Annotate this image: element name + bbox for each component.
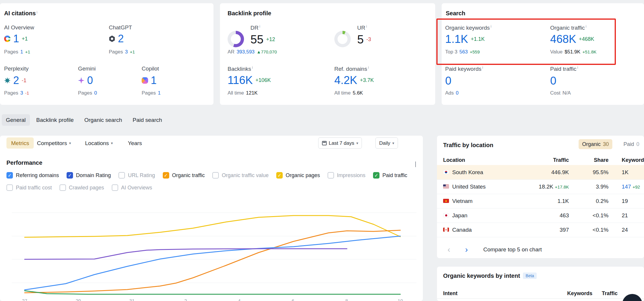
table-row-united-states[interactable]: United States 18.2K +17.8K 3.9% 147 +92 xyxy=(437,179,644,194)
keywords-link[interactable]: 21 xyxy=(622,208,628,223)
info-icon[interactable]: i xyxy=(586,24,587,28)
competitors-dropdown[interactable]: Competitors ▾ xyxy=(37,137,71,149)
ur-value: 5 xyxy=(357,33,364,45)
ai-overview-pages: Pages 1 +1 xyxy=(4,49,30,54)
tab-organic-search[interactable]: Organic search xyxy=(80,114,126,126)
country-name: South Korea xyxy=(452,165,483,179)
pages-value[interactable]: 3 xyxy=(20,90,23,95)
all-time-label: All time xyxy=(334,90,351,95)
toggle-paid[interactable]: Paid 0 xyxy=(622,139,640,149)
checkbox-referring-domains[interactable]: Referring domains xyxy=(6,172,59,179)
flag-united-states-icon xyxy=(443,184,449,189)
checkbox-paid-traffic[interactable]: Paid traffic xyxy=(373,172,407,179)
checkbox-organic-traffic-value[interactable]: Organic traffic value xyxy=(212,172,269,179)
date-range-button[interactable]: Last 7 days ▾ xyxy=(318,137,362,149)
backlinks-value[interactable]: 116K xyxy=(228,75,253,86)
table-row-south-korea[interactable]: South Korea 446.9K 95.5% 1K xyxy=(437,165,644,180)
column-traffic: Traffic xyxy=(553,155,569,165)
ar-line: AR 393,593 ▲770,070 xyxy=(228,49,277,54)
locations-dropdown[interactable]: Locations ▾ xyxy=(85,137,113,149)
granularity-button[interactable]: Daily ▾ xyxy=(375,137,398,149)
checkbox-impressions[interactable]: Impressions xyxy=(328,172,365,179)
keywords-link[interactable]: 24 xyxy=(622,223,628,237)
svg-text:10: 10 xyxy=(398,299,403,301)
ref-domains-value[interactable]: 4.2K xyxy=(334,75,357,86)
pages-value[interactable]: 1 xyxy=(20,49,23,54)
paid-keywords-value[interactable]: 0 xyxy=(445,75,451,86)
backlinks-delta: +106K xyxy=(255,78,271,83)
checkbox-organic-traffic[interactable]: Organic traffic xyxy=(163,172,205,179)
copilot-value[interactable]: 1 xyxy=(151,75,157,86)
info-icon[interactable]: i xyxy=(368,65,369,70)
gemini-pages: Pages 0 xyxy=(78,90,97,95)
table-row-japan[interactable]: Japan 463 <0.1% 21 xyxy=(437,208,644,223)
value-delta: +51.8K xyxy=(582,50,596,54)
info-icon[interactable]: i xyxy=(259,24,260,28)
share-value: 0.2% xyxy=(596,194,609,208)
info-icon[interactable]: i xyxy=(482,65,483,70)
metric-label-gemini: Gemini xyxy=(78,66,96,71)
prev-page-button[interactable]: ‹ xyxy=(448,243,450,256)
checkbox-ai-overviews[interactable]: AI Overviews xyxy=(112,184,152,191)
next-page-button[interactable]: › xyxy=(465,243,468,256)
checkbox-url-rating[interactable]: URL Rating xyxy=(118,172,155,179)
top3-line: Top 3 563 +559 xyxy=(445,49,480,54)
pages-value[interactable]: 3 xyxy=(125,49,128,54)
pages-value[interactable]: 1 xyxy=(158,90,160,95)
top3-value[interactable]: 563 xyxy=(460,49,468,54)
paid-traffic-value[interactable]: 0 xyxy=(550,75,556,86)
info-icon[interactable]: i xyxy=(252,65,253,70)
ar-label: AR xyxy=(228,49,235,54)
column-location: Location xyxy=(443,155,465,165)
checkbox-paid-traffic-cost[interactable]: Paid traffic cost xyxy=(6,184,52,191)
organic-keywords-value[interactable]: 1.1K xyxy=(445,33,468,45)
locations-label: Locations xyxy=(85,140,109,146)
checkbox-domain-rating[interactable]: Domain Rating xyxy=(67,172,111,179)
traffic-value: 1.1K xyxy=(557,194,569,208)
value-amount: $51.9K xyxy=(565,49,580,54)
paid-keywords-label-text: Paid keywords xyxy=(445,66,482,72)
info-icon[interactable]: i xyxy=(577,65,578,70)
keywords-link[interactable]: 147 xyxy=(622,184,631,190)
perplexity-value[interactable]: 2 xyxy=(13,75,19,86)
checkbox-organic-pages[interactable]: Organic pages xyxy=(276,172,320,179)
ai-overview-value[interactable]: 1 xyxy=(13,33,19,44)
info-icon[interactable]: i xyxy=(37,10,38,14)
tab-backlink-profile[interactable]: Backlink profile xyxy=(32,114,78,126)
tab-general[interactable]: General xyxy=(2,114,30,126)
chevron-down-icon: ▾ xyxy=(111,141,113,145)
beta-badge: Beta xyxy=(523,273,537,279)
ads-value[interactable]: 0 xyxy=(456,90,458,95)
pages-value[interactable]: 0 xyxy=(94,90,97,95)
years-dropdown[interactable]: Years xyxy=(128,137,142,149)
checkbox-crawled-pages[interactable]: Crawled pages xyxy=(60,184,104,191)
metrics-filter-button[interactable]: Metrics xyxy=(6,137,34,149)
info-icon[interactable]: i xyxy=(366,24,367,28)
metric-label-perplexity: Perplexity xyxy=(4,66,28,71)
column-traffic: Traffic xyxy=(602,288,618,298)
toggle-organic[interactable]: Organic 30 xyxy=(579,139,612,149)
organic-traffic-value[interactable]: 468K xyxy=(550,33,576,45)
search-card: Search Organic keywordsi 1.1K +1.1K Top … xyxy=(442,3,644,105)
organic-traffic-delta: +468K xyxy=(579,36,594,42)
tab-paid-search[interactable]: Paid search xyxy=(128,114,166,126)
info-icon[interactable]: i xyxy=(491,24,492,28)
keywords-link[interactable]: 1K xyxy=(622,165,628,179)
keywords-link[interactable]: 19 xyxy=(622,194,628,208)
pages-label: Pages xyxy=(4,49,18,54)
table-row-vietnam[interactable]: Vietnam 1.1K 0.2% 19 xyxy=(437,194,644,208)
traffic-value: 397 xyxy=(560,223,569,237)
collapse-section-button[interactable] xyxy=(415,162,416,167)
table-row-canada[interactable]: Canada 397 <0.1% 24 xyxy=(437,223,644,237)
compare-top5-link[interactable]: Compare top 5 on chart xyxy=(483,243,542,256)
gemini-value[interactable]: 0 xyxy=(87,75,93,86)
all-time-label: All time xyxy=(228,90,244,95)
column-intent: Intent xyxy=(443,288,457,298)
performance-chart[interactable]: 272931246810 xyxy=(0,200,423,301)
pages-label: Pages xyxy=(78,90,92,95)
ads-label: Ads xyxy=(445,90,454,95)
ar-value[interactable]: 393,593 xyxy=(237,49,255,54)
flag-south-korea-icon xyxy=(443,170,449,174)
svg-text:4: 4 xyxy=(238,299,241,301)
chatgpt-value[interactable]: 2 xyxy=(118,33,124,44)
